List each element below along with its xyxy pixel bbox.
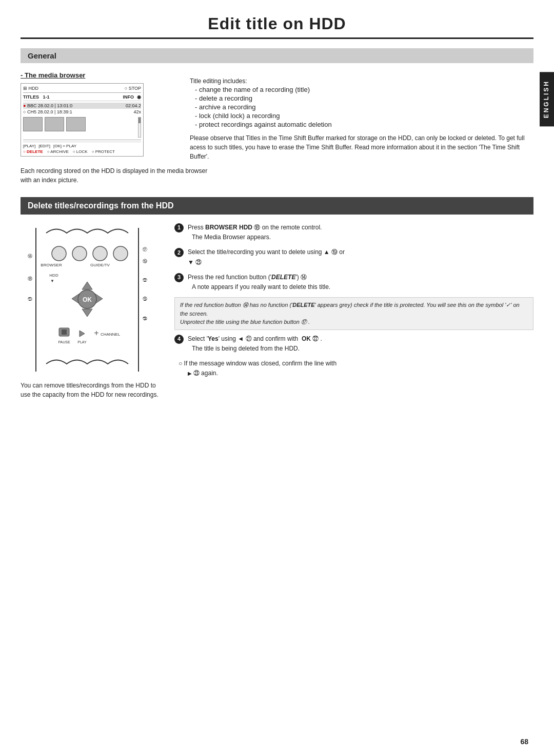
- delete-content: BROWSER GUIDE/TV HDD ▼ ⑭ ⑰ ⑱ ⑲: [21, 223, 533, 399]
- svg-text:OK: OK: [83, 296, 92, 303]
- play-btn: [PLAY]: [23, 144, 35, 148]
- delete-right: 1 Press BROWSER HDD ⑱ on the remote cont…: [174, 223, 533, 399]
- step-2-content: Select the title/recording you want to d…: [188, 247, 533, 267]
- rec2-label: ○ CH5 28.02.0 | 18:39:1: [23, 109, 72, 114]
- circle-step: If the message window was closed, confir…: [179, 359, 533, 378]
- svg-rect-24: [62, 329, 67, 335]
- svg-text:㉑: ㉑: [28, 297, 32, 302]
- archive-btn: ○ ARCHIVE: [47, 149, 69, 154]
- svg-text:⑰: ⑰: [143, 247, 147, 252]
- list-item-2: delete a recording: [195, 94, 533, 102]
- list-item-5: protect recordings against automatic del…: [195, 121, 533, 128]
- svg-point-2: [52, 246, 66, 261]
- svg-text:BROWSER: BROWSER: [41, 263, 62, 267]
- thumb-3: [66, 117, 86, 131]
- step-3: 3 Press the red function button ('DELETE…: [174, 273, 533, 292]
- svg-text:CHANNEL: CHANNEL: [101, 332, 121, 337]
- ok-play: [OK] = PLAY: [53, 144, 76, 148]
- media-browser-mockup: ⊞ HDD ○ STOP TITLES 1-1 INFO ◉ ● BBC 28.…: [21, 83, 144, 157]
- general-right: Title editing includes: change the name …: [190, 71, 533, 161]
- scrollbar: [138, 117, 141, 138]
- mock-bottom-bar: [PLAY] [EDIT] [OK] = PLAY ○ DELETE ○ ARC…: [23, 142, 141, 154]
- step-4: 4 Select 'Yes' using ◄ ㉑ and confirm wit…: [174, 334, 533, 354]
- list-item-3: archive a recording: [195, 103, 533, 111]
- list-item-4: lock (child lock) a recording: [195, 112, 533, 120]
- circle-sub: ㉓ again.: [188, 369, 533, 378]
- italic-note-box: If the red function button ⑭ has no func…: [174, 297, 533, 330]
- rec1-label: ● BBC 28.02.0 | 13:01:0: [23, 103, 72, 108]
- thumb-2: [45, 117, 64, 131]
- svg-text:㉕: ㉕: [143, 316, 147, 321]
- eye-icon: ◉: [137, 94, 141, 100]
- title-editing-intro: Title editing includes:: [190, 76, 533, 86]
- general-caption: Each recording stored on the HDD is disp…: [21, 166, 533, 185]
- svg-text:HDD: HDD: [49, 273, 58, 278]
- thumb-1: [23, 117, 43, 131]
- remote-svg: BROWSER GUIDE/TV HDD ▼ ⑭ ⑰ ⑱ ⑲: [21, 223, 154, 377]
- time-shift-note: Please observe that Titles in the Time S…: [190, 133, 533, 161]
- step-1-num: 1: [174, 223, 184, 232]
- svg-text:㉒: ㉒: [143, 278, 147, 283]
- svg-text:GUIDE/TV: GUIDE/TV: [90, 263, 110, 267]
- delete-caption: You can remove titles/recordings from th…: [21, 381, 164, 399]
- list-item-1: change the name of a recording (title): [195, 86, 533, 93]
- step-2-num: 2: [174, 248, 184, 257]
- delete-section-header: Delete titles/recordings from the HDD: [21, 197, 533, 215]
- step-4-content: Select 'Yes' using ◄ ㉑ and confirm with …: [188, 334, 533, 354]
- title-editing-list: change the name of a recording (title) d…: [195, 86, 533, 128]
- svg-point-4: [93, 246, 107, 261]
- general-left: - The media browser ⊞ HDD ○ STOP TITLES …: [21, 71, 174, 161]
- delete-btn: ○ DELETE: [23, 149, 43, 154]
- svg-marker-26: [80, 331, 85, 337]
- svg-point-3: [72, 246, 87, 261]
- svg-text:⑲: ⑲: [143, 259, 147, 264]
- titles-label: TITLES 1-1: [23, 94, 50, 100]
- step-4-sub: The title is being deleted from the HDD.: [192, 344, 533, 354]
- svg-text:▼: ▼: [50, 279, 54, 283]
- edit-btn: [EDIT]: [38, 144, 50, 148]
- step-3-num: 3: [174, 273, 184, 282]
- svg-marker-14: [82, 282, 92, 289]
- step-2: 2 Select the title/recording you want to…: [174, 247, 533, 267]
- step-4-num: 4: [174, 335, 184, 344]
- page-title-bar: Edit title on HDD: [21, 0, 533, 39]
- svg-text:⑭: ⑭: [28, 254, 32, 259]
- svg-text:㉓: ㉓: [143, 297, 147, 302]
- protect-btn: ○ PROTECT: [92, 149, 115, 154]
- remote-diagram: BROWSER GUIDE/TV HDD ▼ ⑭ ⑰ ⑱ ⑲: [21, 223, 154, 377]
- svg-text:+: +: [94, 328, 98, 337]
- general-content: - The media browser ⊞ HDD ○ STOP TITLES …: [21, 71, 533, 161]
- step-3-content: Press the red function button ('DELETE')…: [188, 273, 533, 292]
- step-3-sub: A note appears if you really want to del…: [192, 282, 533, 292]
- media-browser-subtitle: - The media browser: [21, 71, 174, 79]
- step-1-content: Press BROWSER HDD ⑱ on the remote contro…: [188, 223, 533, 242]
- svg-point-5: [113, 246, 128, 261]
- page-number: 68: [520, 738, 528, 746]
- stop-label: ○ STOP: [125, 86, 141, 91]
- svg-text:PLAY: PLAY: [77, 340, 87, 344]
- info-label: INFO: [123, 94, 134, 100]
- lock-btn: ○ LOCK: [73, 149, 88, 154]
- rec2-extra: 42x: [133, 109, 141, 114]
- rec1-time: 02:04.2: [126, 103, 141, 108]
- english-side-tab: ENGLISH: [540, 72, 554, 126]
- svg-text:PAUSE: PAUSE: [58, 340, 70, 344]
- svg-text:⑱: ⑱: [28, 276, 32, 281]
- step-1-sub: The Media Browser appears.: [192, 232, 533, 242]
- page-title: Edit title on HDD: [21, 14, 533, 33]
- step-1: 1 Press BROWSER HDD ⑱ on the remote cont…: [174, 223, 533, 242]
- general-section-header: General: [21, 48, 533, 63]
- hdd-label: ⊞ HDD: [23, 86, 38, 91]
- delete-left: BROWSER GUIDE/TV HDD ▼ ⑭ ⑰ ⑱ ⑲: [21, 223, 164, 399]
- svg-marker-17: [82, 309, 92, 317]
